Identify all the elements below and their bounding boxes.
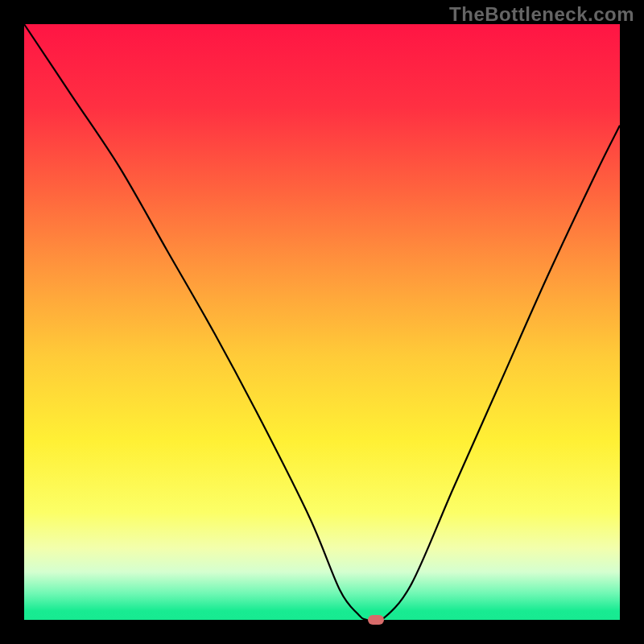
optimal-point-marker	[368, 615, 384, 625]
watermark-text: TheBottleneck.com	[449, 3, 634, 26]
curve-line	[24, 24, 620, 623]
chart-container: TheBottleneck.com	[0, 0, 644, 644]
bottleneck-curve	[24, 24, 620, 620]
plot-area	[24, 24, 620, 620]
